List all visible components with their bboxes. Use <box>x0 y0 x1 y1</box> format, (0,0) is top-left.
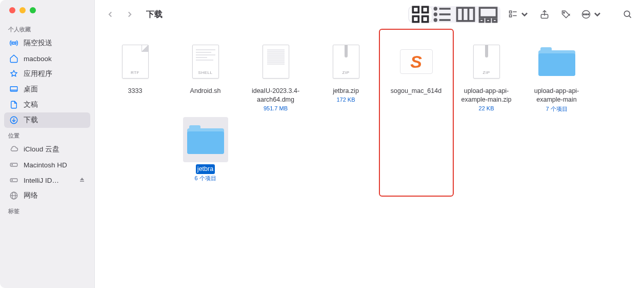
svg-point-37 <box>586 14 587 15</box>
download-icon <box>9 116 18 125</box>
svg-point-35 <box>564 12 565 13</box>
file-thumbnail[interactable]: ZIP <box>324 39 369 84</box>
main-area: 下载 <box>95 0 644 288</box>
sidebar-item-disk[interactable]: Macintosh HD <box>4 157 90 172</box>
close-icon[interactable] <box>9 7 15 13</box>
file-thumbnail[interactable] <box>183 117 228 162</box>
sidebar-item-label: Macintosh HD <box>24 161 85 169</box>
file-thumbnail[interactable]: S <box>394 39 439 84</box>
sidebar-item-label: IntelliJ ID… <box>24 177 74 184</box>
file-name: sogou_mac_614d <box>389 86 443 96</box>
disk-icon <box>9 176 18 185</box>
action-button[interactable] <box>580 7 603 22</box>
gallery-view-button[interactable] <box>477 7 499 22</box>
file-thumbnail[interactable] <box>253 39 298 84</box>
file-item[interactable]: RTF3333 <box>100 39 170 113</box>
file-meta: 172 KB <box>336 97 355 103</box>
file-name: 3333 <box>127 86 144 96</box>
tag-button[interactable] <box>559 7 573 22</box>
app-icon <box>9 69 18 79</box>
file-name: ideaIU-2023.3.4-aarch64.dmg <box>241 86 310 105</box>
file-meta: 7 个项目 <box>546 105 567 113</box>
svg-rect-1 <box>10 87 17 91</box>
svg-rect-26 <box>480 8 497 17</box>
sidebar-item-doc[interactable]: 文稿 <box>4 97 90 112</box>
minimize-icon[interactable] <box>19 7 26 13</box>
sidebar-item-home[interactable]: macbook <box>4 51 90 66</box>
globe-icon <box>9 191 18 200</box>
svg-rect-28 <box>486 19 490 22</box>
svg-point-8 <box>12 180 13 181</box>
sidebar-section-label: 标签 <box>0 203 94 217</box>
file-thumbnail[interactable]: SHELL <box>183 39 228 84</box>
svg-rect-29 <box>493 19 496 22</box>
sidebar: 个人收藏隔空投送macbook应用程序桌面文稿下载位置iCloud 云盘Maci… <box>0 0 95 288</box>
file-name: jetbra.zip <box>331 86 360 96</box>
group-button[interactable] <box>508 7 530 22</box>
file-meta: 22 KB <box>479 105 494 111</box>
svg-point-6 <box>12 164 13 165</box>
disk-icon <box>9 160 18 169</box>
file-item[interactable]: ZIPjetbra.zip172 KB <box>311 39 381 113</box>
sidebar-section-label: 位置 <box>0 128 94 142</box>
file-item[interactable]: ideaIU-2023.3.4-aarch64.dmg951.7 MB <box>240 39 311 113</box>
file-item[interactable]: ZIPupload-app-api-example-main.zip22 KB <box>451 39 521 113</box>
svg-rect-15 <box>413 16 418 22</box>
sidebar-item-airdrop[interactable]: 隔空投送 <box>4 35 90 51</box>
svg-rect-27 <box>480 19 484 22</box>
list-view-button[interactable] <box>432 7 454 22</box>
search-button[interactable] <box>620 7 635 22</box>
svg-point-40 <box>624 11 630 16</box>
file-area[interactable]: RTF3333SHELLAndroid.shideaIU-2023.3.4-aa… <box>95 29 644 288</box>
grid-spacer <box>100 117 170 182</box>
svg-point-0 <box>13 42 15 45</box>
file-name: Android.sh <box>189 86 223 96</box>
sidebar-item-label: iCloud 云盘 <box>24 145 85 154</box>
sidebar-item-globe[interactable]: 网络 <box>4 188 90 203</box>
share-button[interactable] <box>537 7 552 22</box>
sidebar-item-download[interactable]: 下载 <box>4 112 90 128</box>
file-meta: 6 个项目 <box>194 175 216 182</box>
file-item[interactable]: upload-app-api-example-main7 个项目 <box>521 39 592 113</box>
file-item[interactable]: jetbra6 个项目 <box>170 117 240 182</box>
file-meta: 951.7 MB <box>264 105 288 111</box>
icon-view-button[interactable] <box>409 7 432 22</box>
sidebar-section-label: 个人收藏 <box>0 22 94 35</box>
file-thumbnail[interactable] <box>534 39 579 84</box>
file-item[interactable]: SHELLAndroid.sh <box>170 39 240 113</box>
sidebar-item-disk[interactable]: IntelliJ ID… <box>4 172 90 188</box>
svg-rect-23 <box>457 8 474 21</box>
doc-icon <box>9 100 18 109</box>
cloud-icon <box>9 145 18 154</box>
toolbar: 下载 <box>95 0 644 29</box>
svg-rect-9 <box>80 181 84 182</box>
column-view-button[interactable] <box>454 7 477 22</box>
home-icon <box>9 54 18 63</box>
eject-icon[interactable] <box>79 176 85 185</box>
svg-rect-31 <box>510 15 512 17</box>
fullscreen-icon[interactable] <box>30 7 36 13</box>
file-thumbnail[interactable]: RTF <box>113 39 158 84</box>
sidebar-item-label: 桌面 <box>24 85 85 94</box>
file-thumbnail[interactable]: ZIP <box>464 39 509 84</box>
file-item[interactable]: Ssogou_mac_614d <box>381 39 451 113</box>
file-name: jetbra <box>196 164 215 174</box>
view-switcher <box>408 6 500 23</box>
sidebar-item-label: 下载 <box>24 116 85 125</box>
svg-rect-16 <box>422 16 428 22</box>
desktop-icon <box>9 85 18 94</box>
svg-point-38 <box>583 14 585 15</box>
sidebar-item-cloud[interactable]: iCloud 云盘 <box>4 142 90 157</box>
window-controls <box>0 7 94 22</box>
back-button[interactable] <box>104 8 116 21</box>
forward-button[interactable] <box>124 8 136 21</box>
sidebar-item-desktop[interactable]: 桌面 <box>4 82 90 97</box>
sidebar-item-label: 文稿 <box>24 100 85 109</box>
svg-point-20 <box>435 8 437 10</box>
file-name: upload-app-api-example-main.zip <box>452 86 521 105</box>
svg-point-21 <box>435 13 437 15</box>
sidebar-item-app[interactable]: 应用程序 <box>4 66 90 82</box>
svg-point-39 <box>588 14 589 15</box>
sidebar-item-label: 网络 <box>24 191 85 200</box>
sidebar-item-label: 应用程序 <box>24 69 85 79</box>
